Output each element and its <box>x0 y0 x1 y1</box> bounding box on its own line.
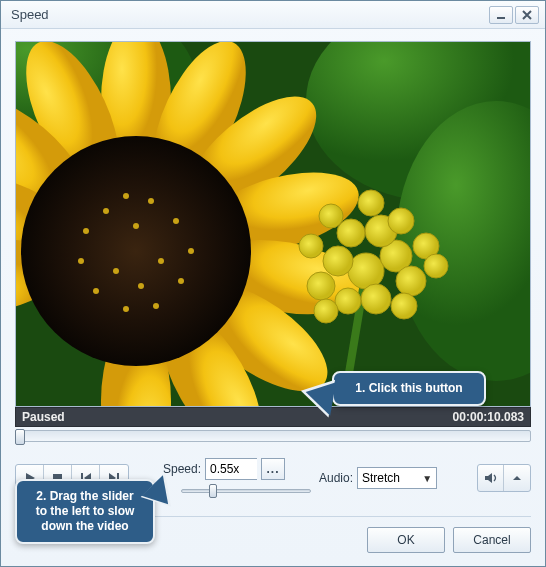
audio-label: Audio: <box>319 471 353 485</box>
svg-point-30 <box>158 258 164 264</box>
svg-point-31 <box>113 268 119 274</box>
audio-group: Audio: Stretch ▼ <box>319 467 437 489</box>
svg-point-20 <box>148 198 154 204</box>
svg-point-44 <box>299 234 323 258</box>
speed-dialog-window: Speed <box>0 0 546 567</box>
scrub-handle[interactable] <box>15 429 25 445</box>
svg-point-49 <box>391 293 417 319</box>
audio-selected-value: Stretch <box>362 471 400 485</box>
titlebar: Speed <box>1 1 545 29</box>
scrub-track[interactable] <box>15 430 531 446</box>
svg-point-32 <box>138 283 144 289</box>
svg-point-34 <box>348 253 384 289</box>
speed-slider-handle[interactable] <box>209 484 217 498</box>
svg-point-50 <box>314 299 338 323</box>
cancel-button[interactable]: Cancel <box>453 527 531 553</box>
speaker-icon <box>484 472 498 484</box>
svg-point-46 <box>319 204 343 228</box>
svg-point-26 <box>93 288 99 294</box>
svg-point-23 <box>178 278 184 284</box>
svg-point-25 <box>123 306 129 312</box>
close-button[interactable] <box>515 6 539 24</box>
svg-point-28 <box>83 228 89 234</box>
svg-point-17 <box>21 136 251 366</box>
annotation-callout-2-text: 2. Drag the slider to the left to slow d… <box>36 489 135 533</box>
svg-point-41 <box>361 284 391 314</box>
audio-mode-select[interactable]: Stretch ▼ <box>357 467 437 489</box>
chevron-up-icon <box>512 474 522 482</box>
volume-expand-button[interactable] <box>504 465 530 491</box>
svg-point-42 <box>335 288 361 314</box>
window-controls <box>489 6 539 24</box>
annotation-callout-1-text: 1. Click this button <box>355 381 462 395</box>
window-title: Speed <box>11 7 49 22</box>
svg-point-45 <box>388 208 414 234</box>
volume-button[interactable] <box>478 465 504 491</box>
minimize-button[interactable] <box>489 6 513 24</box>
ok-button[interactable]: OK <box>367 527 445 553</box>
speed-slider-track <box>181 489 311 493</box>
playback-state-label: Paused <box>22 410 65 424</box>
volume-button-group <box>477 464 531 492</box>
svg-point-29 <box>133 223 139 229</box>
status-bar: Paused 00:00:10.083 <box>15 407 531 427</box>
annotation-callout-1: 1. Click this button <box>332 371 486 406</box>
svg-rect-0 <box>497 17 505 19</box>
chevron-down-icon: ▼ <box>422 473 432 484</box>
svg-point-47 <box>358 190 384 216</box>
svg-point-21 <box>173 218 179 224</box>
svg-point-22 <box>188 248 194 254</box>
scrub-track-bg <box>15 430 531 442</box>
timecode-label: 00:00:10.083 <box>453 410 524 424</box>
speed-value-input[interactable] <box>205 458 257 480</box>
svg-point-24 <box>153 303 159 309</box>
svg-point-27 <box>78 258 84 264</box>
preview-frame-image <box>16 42 530 406</box>
svg-point-40 <box>307 272 335 300</box>
svg-point-18 <box>103 208 109 214</box>
annotation-callout-2: 2. Drag the slider to the left to slow d… <box>15 479 155 544</box>
svg-point-39 <box>396 266 426 296</box>
video-preview[interactable] <box>15 41 531 407</box>
svg-point-36 <box>323 246 353 276</box>
svg-point-19 <box>123 193 129 199</box>
svg-point-48 <box>424 254 448 278</box>
speed-more-button[interactable]: ... <box>261 458 285 480</box>
speed-slider[interactable] <box>181 484 311 498</box>
